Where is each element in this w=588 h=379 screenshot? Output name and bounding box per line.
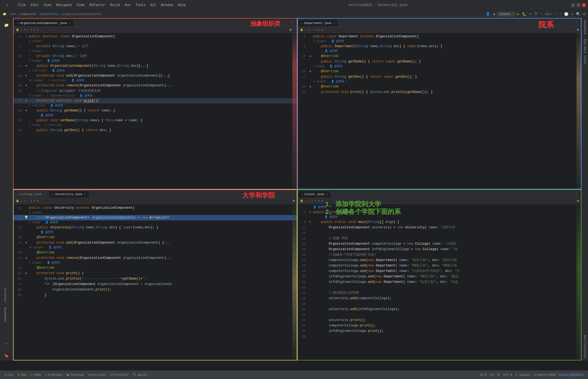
sidebar-project-icon[interactable]: 📁 (2, 20, 11, 30)
menu-refactor[interactable]: Refactor (87, 2, 108, 8)
status-terminal[interactable]: ▣ Terminal (65, 371, 86, 379)
tab-more-bottom-right[interactable]: ⋮ (573, 192, 581, 196)
user-icon[interactable]: 👤 (486, 12, 490, 16)
impl-icon-16[interactable]: ● (25, 73, 27, 78)
minimize-button[interactable]: ─ (571, 3, 575, 7)
sidebar-bigdata[interactable]: Big Data Tools (583, 37, 587, 66)
override-icon-16[interactable]: ▲ (310, 69, 311, 74)
tab-close-dept[interactable]: ✕ (333, 22, 335, 25)
tab-more-button[interactable]: ⋮ (289, 20, 297, 25)
minimap-toggle-uni[interactable]: ▦ (293, 199, 295, 202)
expand-icon-dept[interactable]: ∧ (318, 28, 320, 31)
collapse-icon-client[interactable]: ∨ (321, 199, 323, 202)
collapse-icon-uni[interactable]: ∨ (37, 199, 39, 202)
menu-file[interactable]: File (16, 2, 28, 8)
breadcrumb-composite[interactable]: composite (20, 13, 36, 16)
override-icon-uni-25[interactable]: ▲ (25, 271, 27, 276)
settings-icon[interactable]: ⚙ (583, 12, 585, 16)
debug-icon[interactable]: 🐛 (522, 12, 526, 16)
breakpoint-area[interactable]: ○ (25, 34, 27, 39)
sidebar-database[interactable]: Database (583, 18, 587, 37)
override-icon-13[interactable]: ▲ (310, 53, 311, 59)
code-content-bottom-left[interactable]: 11 public class University extends Organ… (14, 204, 297, 360)
bookmarks-tab[interactable]: Bookmarks (0, 305, 7, 325)
status-linesep[interactable]: 半 (495, 373, 502, 377)
collapse-icon[interactable]: ∨ (37, 28, 39, 31)
override-icon-uni-17[interactable]: ▲ (25, 240, 27, 245)
menu-help[interactable]: Help (176, 2, 188, 8)
tab-close-university[interactable]: ✕ (84, 193, 86, 196)
breadcrumb-project[interactable]: 📁 (3, 12, 7, 16)
menu-run[interactable]: Run (122, 2, 133, 8)
undo-icon[interactable]: ↩ (571, 12, 573, 16)
status-build[interactable]: 🔨 Build (131, 371, 148, 379)
warning-bulb[interactable]: 💡 (24, 215, 28, 220)
impl-icon-20[interactable]: ● (25, 83, 27, 88)
profile-icon[interactable]: ⏱ (534, 12, 538, 16)
tab-more-top-right[interactable]: ⋮ (573, 20, 581, 25)
tab-close-college[interactable]: ✕ (44, 193, 45, 196)
client-dropdown[interactable]: Client (497, 12, 515, 17)
minimap-toggle-dept[interactable]: ▦ (577, 28, 579, 31)
tab-close-icon[interactable]: ✕ (69, 22, 71, 25)
code-content-top-right[interactable]: 8 public class Department extends Organi… (298, 33, 581, 189)
status-todo[interactable]: ≡ TODO (29, 371, 42, 379)
run-icon[interactable]: ▶ (517, 12, 519, 16)
status-utf8[interactable]: UTF-8 (502, 373, 514, 377)
menu-git[interactable]: Git (148, 2, 158, 8)
status-services[interactable]: ◈ Services (87, 371, 107, 379)
menu-build[interactable]: Build (108, 2, 122, 8)
tab-organization-component[interactable]: ☕ OrganizationComponent.java ✕ (14, 19, 74, 26)
close-button[interactable]: ✕ (582, 3, 586, 7)
breadcrumb-university[interactable]: University (40, 13, 58, 16)
impl-icon[interactable]: ● (25, 63, 27, 69)
menu-navigate[interactable]: Navigate (54, 2, 74, 8)
run-gutter-8[interactable]: ▶ (310, 210, 311, 215)
status-profiler[interactable]: ⏱ Profiler (109, 371, 130, 379)
menu-code[interactable]: Code (75, 2, 87, 8)
menu-tools[interactable]: Tools (133, 2, 148, 8)
tab-college[interactable]: ☕ College.java ✕ (14, 191, 49, 198)
status-line-col[interactable]: 12:5 (478, 373, 488, 377)
tab-close-client[interactable]: ✕ (326, 193, 328, 196)
expand-icon-uni[interactable]: ∧ (34, 199, 35, 202)
status-indent[interactable]: 4 spaces (514, 373, 532, 377)
status-git[interactable]: ⎇ Git (2, 371, 16, 379)
code-content-top-left[interactable]: 8 ○ public abstract class OrganizationCo… (14, 33, 297, 189)
close-pane-icon[interactable]: — (293, 28, 295, 31)
coverage-icon[interactable]: ☂ (529, 12, 531, 16)
breadcrumb-src[interactable]: src (11, 13, 16, 16)
collapse-icon-dept[interactable]: ∨ (321, 28, 323, 31)
clock-icon[interactable]: 🕐 (564, 12, 568, 16)
expand-icon-client[interactable]: ∧ (318, 199, 320, 202)
tab-client[interactable]: ☕ Client.java ✕ (298, 191, 331, 198)
tab-department[interactable]: ☕ Department.java ✕ (298, 19, 338, 26)
run-gutter-9[interactable]: ▶ (310, 219, 311, 225)
tab-university[interactable]: ☕ University.java ✕ (49, 191, 89, 198)
menu-view[interactable]: View (41, 2, 54, 8)
sidebar-structure-icon[interactable]: ⚡ (2, 339, 11, 348)
arrow-left-icon[interactable]: ◀ (493, 12, 495, 16)
minimap-toggle-client[interactable]: ▦ (577, 199, 579, 202)
status-git-branch[interactable]: ⎇ masterC9ON (532, 373, 558, 377)
status-problems[interactable]: ⚠ Problems (44, 371, 64, 379)
override-icon-20[interactable]: ▲ (310, 84, 311, 89)
structure-tab[interactable]: Structure (0, 286, 7, 305)
code-content-bottom-right[interactable]: 👤 赵亮亮 * 8 ▶ public class Client 👤 赵亮亮 9 … (298, 204, 581, 360)
override-icon-uni-21[interactable]: ▲ (25, 255, 27, 261)
menu-window[interactable]: Window (159, 2, 175, 8)
sidebar-bookmarks-icon[interactable]: 🔖 (2, 351, 11, 360)
tab-more-bottom-left[interactable]: ⋮ (289, 192, 297, 196)
status-run[interactable]: ▶ Run (17, 371, 28, 379)
sidebar-notifications[interactable]: Notifications (583, 333, 587, 360)
breadcrumb-org-components[interactable]: organizationComponents (62, 13, 102, 16)
impl-icon-25[interactable]: ● (25, 98, 27, 104)
minimap-toggle[interactable]: ▦ (290, 28, 291, 31)
expand-icon[interactable]: ∧ (34, 28, 35, 31)
menu-edit[interactable]: Edit (29, 2, 41, 8)
status-encoding[interactable]: En (489, 373, 495, 377)
maximize-button[interactable]: □ (577, 3, 580, 7)
search-icon[interactable]: 🔍 (576, 12, 580, 16)
commit-icon[interactable]: ↑ (540, 12, 543, 16)
impl-icon-26[interactable]: ● (25, 108, 27, 113)
